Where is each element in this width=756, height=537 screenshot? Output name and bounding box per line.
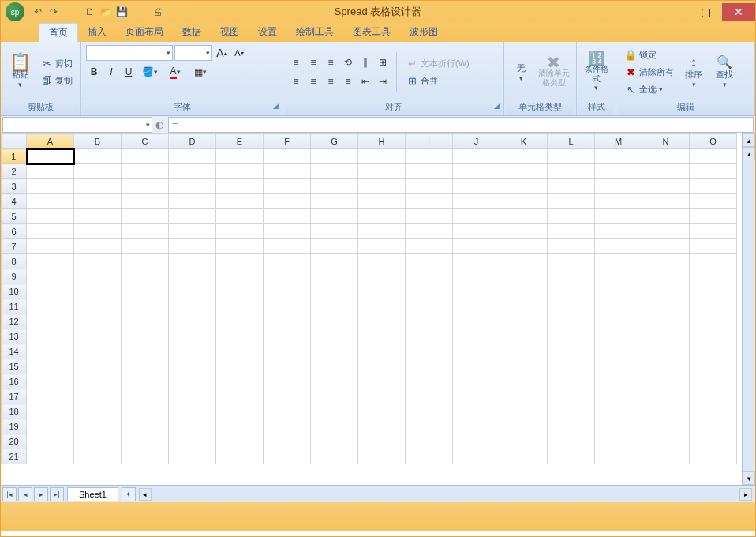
cell[interactable]	[500, 434, 548, 449]
cell[interactable]	[358, 389, 406, 404]
row-header[interactable]: 16	[2, 374, 27, 389]
cell[interactable]	[311, 434, 358, 449]
cell[interactable]	[27, 389, 74, 404]
save-icon[interactable]: 💾	[114, 5, 129, 19]
cell[interactable]	[122, 254, 169, 269]
cell[interactable]	[169, 344, 216, 359]
cell[interactable]	[642, 194, 690, 209]
cell[interactable]	[169, 224, 216, 239]
cell[interactable]	[74, 254, 122, 269]
scroll-up-icon[interactable]: ▴	[743, 147, 755, 160]
cell[interactable]	[358, 374, 406, 389]
cell[interactable]	[358, 299, 406, 314]
cell[interactable]	[548, 239, 595, 254]
cell[interactable]	[595, 254, 642, 269]
cell[interactable]	[642, 269, 690, 284]
cell[interactable]	[595, 149, 642, 164]
cell[interactable]	[311, 179, 358, 194]
cell[interactable]	[264, 194, 311, 209]
row-header[interactable]: 17	[2, 389, 27, 404]
underline-button[interactable]: U	[121, 64, 137, 80]
cell[interactable]	[690, 149, 737, 164]
cell[interactable]	[122, 404, 169, 419]
align-top-button[interactable]: ≡	[288, 54, 304, 70]
column-header[interactable]: J	[453, 134, 500, 149]
cell[interactable]	[169, 254, 216, 269]
cell[interactable]	[690, 329, 737, 344]
column-header[interactable]: H	[358, 134, 406, 149]
row-header[interactable]: 13	[2, 329, 27, 344]
vertical-scrollbar[interactable]: ▴ ▴ ▾	[742, 133, 755, 485]
vertical-text-button[interactable]: ∥	[357, 54, 373, 70]
column-header[interactable]: E	[216, 134, 264, 149]
row-header[interactable]: 9	[2, 269, 27, 284]
cell[interactable]	[311, 329, 358, 344]
cell[interactable]	[500, 254, 548, 269]
cell[interactable]	[500, 239, 548, 254]
cell[interactable]	[595, 419, 642, 434]
cell[interactable]	[27, 179, 74, 194]
cell[interactable]	[595, 344, 642, 359]
cell[interactable]	[311, 239, 358, 254]
cell[interactable]	[264, 179, 311, 194]
cell[interactable]	[27, 149, 74, 164]
find-button[interactable]: 🔍 查找▾	[710, 45, 739, 99]
clear-all-button[interactable]: ✖清除所有	[621, 64, 677, 80]
cell[interactable]	[122, 209, 169, 224]
cell[interactable]	[264, 284, 311, 299]
cell[interactable]	[169, 374, 216, 389]
scroll-up-icon[interactable]: ▴	[743, 133, 755, 147]
cell[interactable]	[264, 329, 311, 344]
cell[interactable]	[453, 359, 500, 374]
cell[interactable]	[500, 194, 548, 209]
cell[interactable]	[216, 344, 264, 359]
cell[interactable]	[358, 344, 406, 359]
cell[interactable]	[453, 434, 500, 449]
cell[interactable]	[548, 419, 595, 434]
cell[interactable]	[453, 329, 500, 344]
cell[interactable]	[216, 224, 264, 239]
orientation-button[interactable]: ⟲	[340, 54, 356, 70]
cell[interactable]	[74, 284, 122, 299]
cell[interactable]	[358, 224, 406, 239]
cell[interactable]	[358, 449, 406, 464]
cell[interactable]	[406, 434, 453, 449]
column-header[interactable]: O	[690, 134, 737, 149]
align-middle-button[interactable]: ≡	[305, 54, 321, 70]
column-header[interactable]: N	[642, 134, 690, 149]
cell[interactable]	[169, 434, 216, 449]
cell[interactable]	[216, 419, 264, 434]
cell[interactable]	[406, 449, 453, 464]
minimize-button[interactable]: —	[656, 3, 689, 21]
cell[interactable]	[595, 194, 642, 209]
formula-input[interactable]: =	[168, 117, 754, 133]
cell[interactable]	[642, 314, 690, 329]
cell[interactable]	[358, 269, 406, 284]
cell[interactable]	[406, 209, 453, 224]
cell[interactable]	[453, 314, 500, 329]
cell[interactable]	[548, 164, 595, 179]
cell[interactable]	[595, 434, 642, 449]
cell[interactable]	[690, 164, 737, 179]
cell[interactable]	[264, 224, 311, 239]
cell[interactable]	[595, 164, 642, 179]
row-header[interactable]: 7	[2, 239, 27, 254]
cell[interactable]	[500, 179, 548, 194]
cell[interactable]	[216, 314, 264, 329]
cell[interactable]	[406, 164, 453, 179]
cell[interactable]	[548, 359, 595, 374]
cell[interactable]	[122, 164, 169, 179]
row-header[interactable]: 12	[2, 314, 27, 329]
cell[interactable]	[169, 359, 216, 374]
cell[interactable]	[358, 329, 406, 344]
cell[interactable]	[642, 179, 690, 194]
italic-button[interactable]: I	[103, 64, 119, 80]
cell[interactable]	[122, 329, 169, 344]
cell[interactable]	[453, 149, 500, 164]
cell[interactable]	[27, 164, 74, 179]
cell[interactable]	[595, 314, 642, 329]
cell[interactable]	[169, 239, 216, 254]
cell[interactable]	[74, 209, 122, 224]
cell[interactable]	[690, 314, 737, 329]
cell[interactable]	[595, 359, 642, 374]
